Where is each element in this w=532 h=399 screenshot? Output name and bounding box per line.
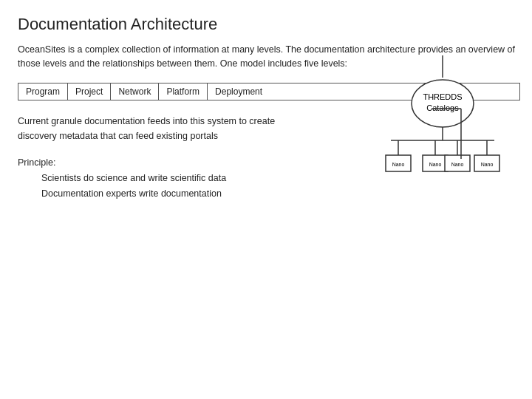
nano-label-3: Nano	[451, 162, 464, 167]
level-deployment: Deployment	[208, 83, 270, 100]
page-title: Documentation Architecture	[18, 15, 520, 34]
nano-label-4: Nano	[481, 162, 494, 167]
level-project: Project	[68, 83, 111, 100]
thredds-sublabel: Catalogs	[426, 103, 459, 112]
level-network: Network	[111, 83, 159, 100]
level-platform: Platform	[159, 83, 208, 100]
nano-label-2: Nano	[429, 162, 442, 167]
page-wrapper: Documentation Architecture OceanSites is…	[18, 15, 520, 202]
nano-label-1: Nano	[392, 162, 405, 167]
level-program: Program	[18, 83, 68, 100]
thredds-label: THREDDS	[423, 92, 462, 101]
thredds-diagram: THREDDS Catalogs Nano Nano Nano Nano	[372, 55, 513, 198]
